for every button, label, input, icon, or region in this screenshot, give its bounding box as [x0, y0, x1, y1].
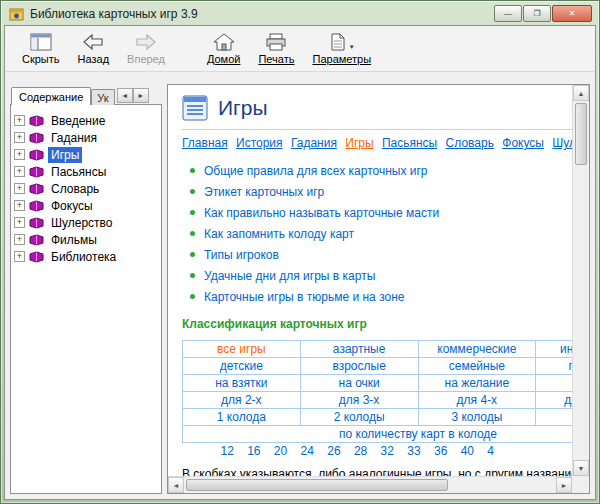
expand-icon[interactable]: +	[14, 200, 25, 211]
tree-item-label: Библиотека	[48, 249, 119, 265]
table-cell[interactable]: взрослые	[300, 358, 418, 375]
vertical-scrollbar[interactable]: ▲ ▼	[572, 85, 589, 476]
tree-item-label: Гадания	[48, 130, 100, 146]
table-row: 1 колода 2 колоды 3 колоды 4 коло	[183, 409, 573, 426]
list-item: Типы игроков	[190, 244, 572, 265]
nav-link-fokusy[interactable]: Фокусы	[502, 136, 544, 150]
table-cell[interactable]: на очки	[300, 375, 418, 392]
scroll-up-icon[interactable]: ▲	[573, 85, 589, 101]
table-cell[interactable]: 3 колоды	[418, 409, 536, 426]
tree-item-igry[interactable]: + Игры	[14, 146, 158, 163]
link-igry-v-tyurme[interactable]: Карточные игры в тюрьме и на зоне	[204, 290, 404, 304]
expand-icon[interactable]: +	[14, 251, 25, 262]
nav-link-istoriya[interactable]: История	[236, 136, 283, 150]
topic-nav: Главная История Гадания Игры Пасьянсы Сл…	[182, 136, 572, 150]
tree-item-biblioteka[interactable]: + Библиотека	[14, 248, 158, 265]
table-cell[interactable]: популярн	[536, 358, 572, 375]
tab-index[interactable]: Ук	[91, 89, 114, 105]
maximize-button[interactable]: ❐	[523, 5, 551, 22]
horizontal-scrollbar-track[interactable]	[448, 477, 556, 493]
scroll-right-icon[interactable]: ►	[556, 477, 572, 493]
expand-icon[interactable]: +	[14, 217, 25, 228]
home-icon	[213, 32, 235, 52]
nav-link-igry-current[interactable]: Игры	[345, 136, 373, 150]
horizontal-scrollbar-thumb[interactable]	[186, 479, 448, 491]
vertical-scrollbar-thumb[interactable]	[575, 103, 587, 165]
home-button[interactable]: Домой	[198, 28, 250, 69]
back-button[interactable]: Назад	[69, 28, 119, 69]
link-udachnye-dni[interactable]: Удачные дни для игры в карты	[204, 269, 375, 283]
tree-item-label: Введение	[48, 113, 108, 129]
tab-scroll-left-icon[interactable]: ◄	[117, 88, 133, 103]
tree-item-label: Словарь	[48, 181, 102, 197]
hide-icon	[30, 32, 52, 52]
options-button[interactable]: ▼ Параметры	[303, 28, 380, 69]
close-button[interactable]: ✕	[552, 5, 592, 22]
back-icon	[82, 32, 104, 52]
forward-button[interactable]: Вперед	[118, 28, 174, 69]
link-zapomnit-kolodu[interactable]: Как запомнить колоду карт	[204, 227, 354, 241]
tree-item-label: Фильмы	[48, 232, 100, 248]
expand-icon[interactable]: +	[14, 115, 25, 126]
expand-icon[interactable]: +	[14, 166, 25, 177]
bullet-icon	[190, 294, 195, 299]
table-cell[interactable]: детские	[183, 358, 301, 375]
nav-link-gadaniya[interactable]: Гадания	[291, 136, 337, 150]
page-title: Игры	[218, 96, 268, 120]
book-icon	[29, 217, 44, 229]
hide-button[interactable]: Скрыть	[13, 28, 69, 69]
expand-icon[interactable]: +	[14, 183, 25, 194]
table-cell[interactable]: на желание	[418, 375, 536, 392]
tree-item-slovar[interactable]: + Словарь	[14, 180, 158, 197]
nav-link-pasyansy[interactable]: Пасьянсы	[382, 136, 437, 150]
table-cell[interactable]: коммерческие	[418, 341, 536, 358]
table-cell[interactable]: 4 коло	[536, 409, 572, 426]
content-pane: Игры Главная История Гадания Игры Пасьян…	[167, 84, 590, 494]
table-cell-deck-sizes[interactable]: 12 16 20 24 26 28 32 33 36 40 4	[183, 443, 573, 460]
nav-link-shulerstvo[interactable]: Шулерство	[552, 136, 572, 150]
scroll-left-icon[interactable]: ◄	[168, 477, 184, 493]
tree-item-gadaniya[interactable]: + Гадания	[14, 129, 158, 146]
link-etiket[interactable]: Этикет карточных игр	[204, 185, 324, 199]
table-row: все игры азартные коммерческие интеллект…	[183, 341, 573, 358]
table-cell-all-games[interactable]: все игры	[183, 341, 301, 358]
scroll-down-icon[interactable]: ▼	[573, 460, 589, 476]
app-window: Библиотека карточных игр 3.9 — ❐ ✕ Скрыт…	[0, 0, 600, 504]
table-cell-card-count[interactable]: по количеству карт в колоде	[183, 426, 573, 443]
table-cell[interactable]: для 4-х	[418, 392, 536, 409]
table-cell[interactable]: азартные	[300, 341, 418, 358]
print-button[interactable]: Печать	[249, 28, 303, 69]
tab-contents[interactable]: Содержание	[11, 87, 91, 105]
tree-item-filmy[interactable]: + Фильмы	[14, 231, 158, 248]
expand-icon[interactable]: +	[14, 234, 25, 245]
table-cell[interactable]: для 3-х	[300, 392, 418, 409]
table-cell[interactable]: для 2-х	[183, 392, 301, 409]
tree-item-shulerstvo[interactable]: + Шулерство	[14, 214, 158, 231]
list-item: Этикет карточных игр	[190, 181, 572, 202]
nav-link-glavnaya[interactable]: Главная	[182, 136, 228, 150]
nav-link-slovar[interactable]: Словарь	[446, 136, 494, 150]
bullet-icon	[190, 189, 195, 194]
tree-item-pasyansy[interactable]: + Пасьянсы	[14, 163, 158, 180]
table-cell[interactable]: интеллектуа	[536, 341, 572, 358]
back-label: Назад	[78, 53, 110, 65]
table-cell[interactable]: семейные	[418, 358, 536, 375]
link-tipy-igrokov[interactable]: Типы игроков	[204, 248, 279, 262]
title-bar[interactable]: Библиотека карточных игр 3.9 — ❐ ✕	[4, 1, 596, 25]
vertical-scrollbar-track[interactable]	[573, 165, 589, 460]
tab-scroll-right-icon[interactable]: ►	[133, 88, 149, 103]
table-cell[interactable]: 1 колода	[183, 409, 301, 426]
link-masti[interactable]: Как правильно называть карточные масти	[204, 206, 439, 220]
table-cell[interactable]: 2 колоды	[300, 409, 418, 426]
expand-icon[interactable]: +	[14, 132, 25, 143]
expand-icon[interactable]: +	[14, 149, 25, 160]
tree-item-fokusy[interactable]: + Фокусы	[14, 197, 158, 214]
tree-item-vvedenie[interactable]: + Введение	[14, 112, 158, 129]
horizontal-scrollbar[interactable]: ◄ ►	[168, 476, 572, 493]
table-row: для 2-х для 3-х для 4-х для 5-х и б	[183, 392, 573, 409]
minimize-button[interactable]: —	[494, 5, 522, 22]
table-cell[interactable]: на взятки	[183, 375, 301, 392]
table-cell[interactable]: с отбо	[536, 375, 572, 392]
link-obshchie-pravila[interactable]: Общие правила для всех карточных игр	[204, 164, 428, 178]
table-cell[interactable]: для 5-х и б	[536, 392, 572, 409]
